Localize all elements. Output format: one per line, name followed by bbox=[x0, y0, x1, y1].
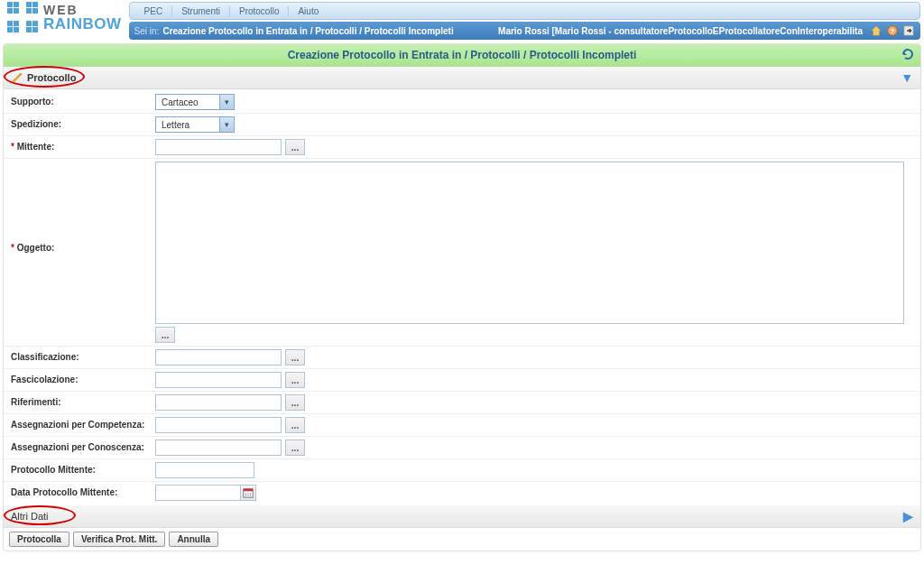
section-altri-dati-header[interactable]: Altri Dati ▶ bbox=[4, 505, 920, 528]
lookup-assegn-competenza-button[interactable]: ... bbox=[285, 417, 305, 433]
textarea-oggetto[interactable] bbox=[155, 162, 904, 324]
action-button-row: Protocolla Verifica Prot. Mitt. Annulla bbox=[4, 528, 920, 551]
logout-icon[interactable] bbox=[902, 24, 915, 37]
lookup-mittente-button[interactable]: ... bbox=[285, 139, 305, 155]
chevron-down-icon: ▾ bbox=[219, 117, 234, 132]
breadcrumb-path: Creazione Protocollo in Entrata in / Pro… bbox=[162, 26, 453, 36]
label-riferimenti: Riferimenti: bbox=[11, 394, 155, 407]
select-spedizione[interactable]: Lettera ▾ bbox=[155, 116, 235, 133]
lookup-classificazione-button[interactable]: ... bbox=[285, 349, 305, 366]
panel-title-bar: Creazione Protocollo in Entrata in / Pro… bbox=[4, 44, 920, 67]
pencil-icon bbox=[11, 71, 23, 84]
label-supporto: Supporto: bbox=[11, 94, 155, 106]
breadcrumb-label: Sei in: bbox=[134, 26, 160, 36]
annulla-button[interactable]: Annulla bbox=[169, 532, 218, 547]
section-altri-dati-label: Altri Dati bbox=[11, 511, 49, 522]
menu-protocollo[interactable]: Protocollo bbox=[230, 6, 289, 16]
lookup-fascicolazione-button[interactable]: ... bbox=[285, 372, 305, 388]
select-supporto[interactable]: Cartaceo ▾ bbox=[155, 94, 235, 110]
lookup-riferimenti-button[interactable]: ... bbox=[285, 394, 305, 411]
label-mittente: Mittente: bbox=[17, 142, 55, 152]
main-panel: Creazione Protocollo in Entrata in / Pro… bbox=[3, 43, 921, 551]
lookup-assegn-conoscenza-button[interactable]: ... bbox=[285, 440, 305, 456]
label-classificazione: Classificazione: bbox=[11, 349, 155, 362]
main-menu: PEC Strumenti Protocollo Aiuto bbox=[129, 2, 920, 20]
protocolla-button[interactable]: Protocolla bbox=[9, 532, 69, 547]
label-data-protocollo-mittente: Data Protocollo Mittente: bbox=[11, 485, 155, 497]
verifica-button[interactable]: Verifica Prot. Mitt. bbox=[73, 532, 165, 547]
menu-aiuto[interactable]: Aiuto bbox=[289, 6, 328, 16]
input-protocollo-mittente[interactable] bbox=[155, 462, 254, 478]
menu-strumenti[interactable]: Strumenti bbox=[172, 6, 230, 16]
logo-line1: WEB bbox=[43, 4, 122, 16]
input-assegn-conoscenza[interactable] bbox=[155, 440, 282, 456]
input-fascicolazione[interactable] bbox=[155, 372, 282, 388]
input-riferimenti[interactable] bbox=[155, 394, 282, 411]
input-data-protocollo-mittente[interactable] bbox=[155, 485, 241, 501]
input-mittente[interactable] bbox=[155, 139, 282, 155]
logo-line2: RAINBOW bbox=[43, 16, 122, 32]
label-protocollo-mittente: Protocollo Mittente: bbox=[11, 462, 155, 475]
collapse-icon[interactable]: ▼ bbox=[901, 70, 913, 85]
section-protocollo-label: Protocollo bbox=[27, 72, 76, 83]
app-logo: WEB RAINBOW bbox=[0, 0, 129, 34]
section-protocollo-header[interactable]: Protocollo ▼ bbox=[4, 67, 920, 89]
label-spedizione: Spedizione: bbox=[11, 116, 155, 129]
help-icon[interactable]: ? bbox=[886, 24, 899, 37]
svg-rect-4 bbox=[244, 489, 253, 492]
breadcrumb-user: Mario Rossi [Mario Rossi - consultatoreP… bbox=[498, 26, 863, 36]
calendar-icon[interactable] bbox=[240, 485, 256, 501]
label-oggetto: Oggetto: bbox=[17, 243, 55, 253]
label-assegn-competenza: Assegnazioni per Competenza: bbox=[11, 417, 155, 430]
breadcrumb-bar: Sei in: Creazione Protocollo in Entrata … bbox=[129, 22, 920, 40]
chevron-down-icon: ▾ bbox=[219, 95, 234, 109]
home-icon[interactable] bbox=[870, 24, 882, 37]
svg-text:?: ? bbox=[891, 27, 895, 35]
menu-pec[interactable]: PEC bbox=[135, 6, 173, 16]
expand-icon[interactable]: ▶ bbox=[903, 509, 913, 523]
refresh-icon[interactable] bbox=[901, 47, 915, 61]
input-classificazione[interactable] bbox=[155, 349, 282, 366]
label-assegn-conoscenza: Assegnazioni per Conoscenza: bbox=[11, 440, 155, 452]
panel-title: Creazione Protocollo in Entrata in / Pro… bbox=[288, 49, 637, 61]
input-assegn-competenza[interactable] bbox=[155, 417, 282, 433]
label-fascicolazione: Fascicolazione: bbox=[11, 372, 155, 384]
lookup-oggetto-button[interactable]: ... bbox=[155, 327, 175, 343]
